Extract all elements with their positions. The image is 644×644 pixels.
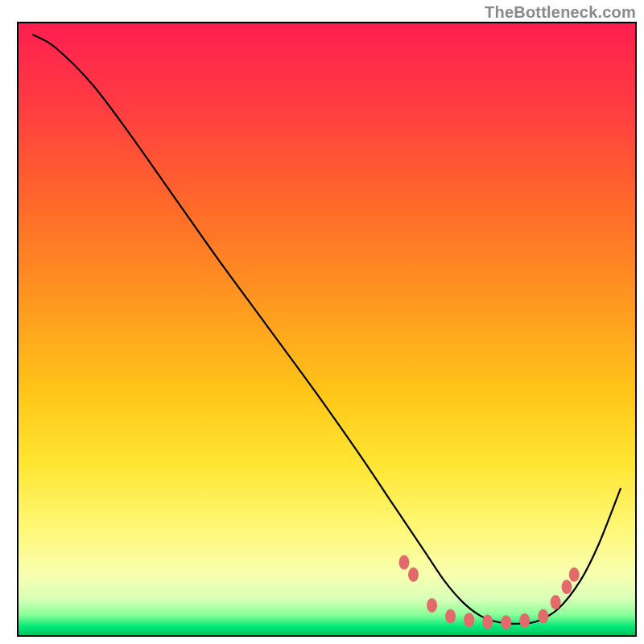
optimal-marker [569,568,580,582]
optimal-marker [445,609,456,624]
optimal-marker [501,615,511,630]
optimal-marker [538,609,548,624]
optimal-marker [464,613,474,627]
optimal-marker [427,598,437,613]
optimal-marker [482,614,493,629]
optimal-marker [561,580,572,594]
watermark-text: TheBottleneck.com [485,3,636,22]
bottleneck-chart [0,0,644,644]
optimal-marker [408,568,419,582]
optimal-marker [519,613,530,628]
optimal-marker [399,555,410,570]
optimal-marker [551,595,561,609]
gradient-background [18,23,636,636]
